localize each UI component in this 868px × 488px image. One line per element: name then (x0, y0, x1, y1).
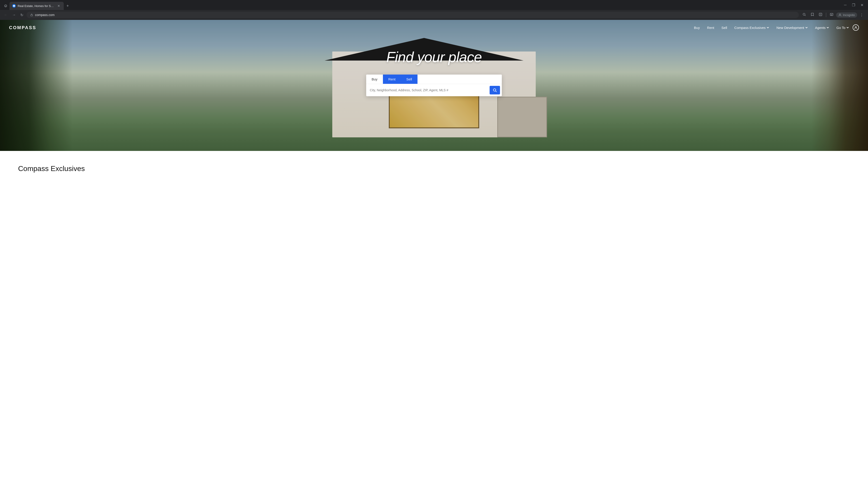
browser-chrome: Real Estate, Homes for Sale & A... ✕ + ─… (0, 0, 868, 20)
incognito-label: Incognito (843, 13, 855, 17)
divider (826, 13, 826, 17)
search-tabs: Buy Rent Sell (366, 74, 502, 84)
nav-compass-exclusives[interactable]: Compass Exclusives (735, 26, 769, 30)
address-bar-row: ← → ↻ compass.com (0, 10, 868, 20)
minimize-button[interactable]: ─ (842, 2, 848, 8)
nav-links: Buy Rent Sell Compass Exclusives New Dev… (694, 26, 849, 30)
search-submit-button[interactable] (490, 86, 500, 94)
svg-line-10 (496, 91, 497, 92)
website: COMPASS Buy Rent Sell Compass Exclusives… (0, 20, 868, 182)
compass-exclusives-chevron (767, 26, 769, 29)
nav-new-development[interactable]: New Development (776, 26, 808, 30)
search-input[interactable] (370, 88, 488, 92)
svg-rect-2 (31, 15, 33, 16)
menu-button[interactable]: ⋮ (858, 11, 865, 19)
user-icon (854, 26, 858, 29)
address-bar[interactable]: compass.com (26, 12, 799, 18)
below-fold-section: Compass Exclusives (0, 151, 868, 182)
maximize-button[interactable]: ❐ (850, 2, 857, 8)
svg-point-7 (839, 14, 841, 15)
profile-button[interactable] (828, 11, 835, 19)
compass-exclusives-heading: Compass Exclusives (18, 164, 850, 173)
search-tab-sell[interactable]: Sell (401, 74, 417, 84)
back-button[interactable]: ← (3, 12, 9, 18)
incognito-icon (838, 13, 842, 17)
window-controls: ─ ❐ ✕ (842, 2, 865, 10)
svg-line-4 (805, 15, 806, 16)
nav-goto[interactable]: Go To (836, 26, 849, 30)
active-tab[interactable]: Real Estate, Homes for Sale & A... ✕ (9, 2, 64, 10)
svg-point-0 (4, 5, 7, 7)
nav-rent[interactable]: Rent (707, 26, 714, 30)
site-navigation: COMPASS Buy Rent Sell Compass Exclusives… (0, 20, 868, 35)
close-button[interactable]: ✕ (859, 2, 865, 8)
agents-chevron (827, 26, 829, 29)
compass-logo[interactable]: COMPASS (9, 25, 36, 30)
tab-bar: Real Estate, Homes for Sale & A... ✕ + ─… (0, 0, 868, 10)
bookmark-button[interactable] (809, 11, 816, 19)
search-tab-rent[interactable]: Rent (383, 74, 401, 84)
incognito-badge[interactable]: Incognito (836, 12, 857, 18)
tab-title: Real Estate, Homes for Sale & A... (18, 4, 55, 8)
search-toolbar-button[interactable] (801, 11, 808, 19)
search-box: Buy Rent Sell (366, 74, 502, 96)
nav-buy[interactable]: Buy (694, 26, 700, 30)
refresh-button[interactable]: ↻ (19, 12, 25, 18)
tab-close-button[interactable]: ✕ (57, 4, 61, 8)
search-input-row (366, 84, 502, 96)
extensions-button[interactable] (817, 11, 824, 19)
svg-point-8 (855, 26, 857, 28)
new-tab-button[interactable]: + (65, 3, 71, 9)
goto-chevron (846, 26, 849, 29)
toolbar-actions: Incognito ⋮ (801, 11, 865, 19)
tab-group-button[interactable] (3, 3, 8, 8)
nav-sell[interactable]: Sell (721, 26, 727, 30)
address-text: compass.com (35, 13, 55, 17)
nav-agents[interactable]: Agents (815, 26, 829, 30)
svg-rect-5 (819, 13, 822, 16)
tab-favicon (12, 4, 16, 8)
hero-content: Find your place Buy Rent Sell (0, 35, 868, 96)
new-development-chevron (805, 26, 808, 29)
lock-icon (30, 13, 33, 17)
search-tab-buy[interactable]: Buy (366, 74, 383, 84)
svg-point-9 (493, 89, 496, 91)
hero-title: Find your place (386, 49, 482, 66)
forward-button[interactable]: → (11, 12, 17, 18)
svg-point-1 (13, 5, 15, 7)
user-account-button[interactable] (852, 24, 859, 31)
search-icon (493, 88, 497, 92)
hero-section: COMPASS Buy Rent Sell Compass Exclusives… (0, 20, 868, 151)
svg-point-3 (803, 13, 805, 15)
